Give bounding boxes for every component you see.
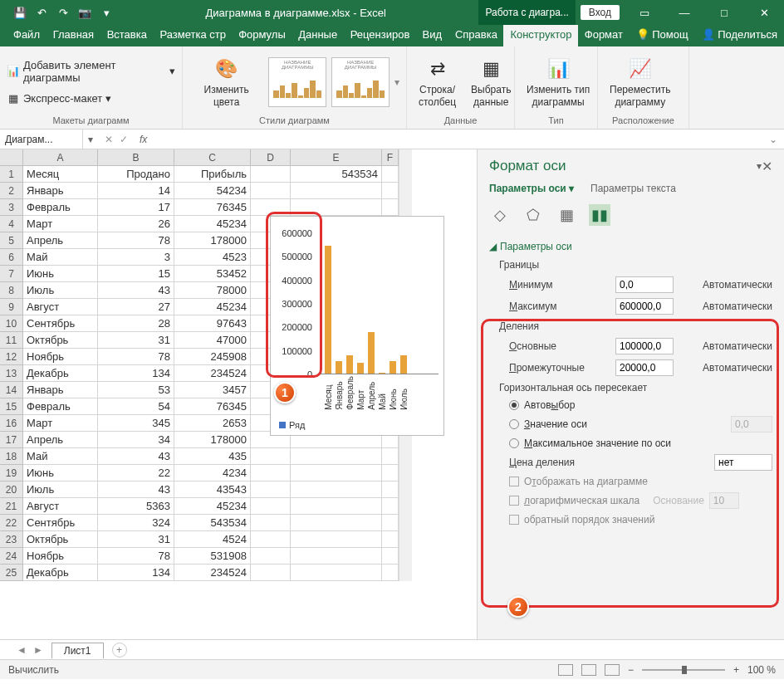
bounds-max-input[interactable] <box>615 298 674 315</box>
cell[interactable]: 17 <box>98 199 174 216</box>
row-header[interactable]: 9 <box>0 299 23 315</box>
close-icon[interactable]: ✕ <box>744 0 784 25</box>
cell[interactable] <box>251 565 291 581</box>
cell[interactable]: 53452 <box>174 266 251 282</box>
cell[interactable]: 45234 <box>174 299 251 315</box>
cell[interactable]: 15 <box>98 266 174 282</box>
column-header[interactable]: D <box>251 149 291 166</box>
scrollbar-vertical[interactable] <box>399 183 412 199</box>
zoom-slider[interactable] <box>642 669 725 671</box>
cell[interactable]: 31 <box>98 332 174 349</box>
cell[interactable] <box>251 166 291 183</box>
pane-close-icon[interactable]: ✕ <box>762 159 772 174</box>
cell[interactable]: 34 <box>98 432 174 448</box>
cell[interactable]: 43543 <box>174 481 251 498</box>
cell[interactable] <box>382 183 399 199</box>
cell[interactable]: 345 <box>98 415 174 432</box>
cell[interactable] <box>291 565 382 581</box>
cell[interactable] <box>382 548 399 565</box>
sheet-tab-1[interactable]: Лист1 <box>51 643 104 658</box>
cell[interactable]: 3 <box>98 249 174 266</box>
cell[interactable] <box>382 166 399 183</box>
cell[interactable]: 27 <box>98 299 174 315</box>
name-box-dropdown-icon[interactable]: ▾ <box>83 134 98 145</box>
tab-view[interactable]: Вид <box>416 25 448 46</box>
cell[interactable]: Январь <box>23 183 98 199</box>
tab-format[interactable]: Формат <box>578 25 630 46</box>
cell[interactable]: 324 <box>98 515 174 531</box>
row-header[interactable]: 7 <box>0 266 23 282</box>
column-header[interactable]: B <box>98 149 174 166</box>
cell[interactable]: Март <box>23 216 98 232</box>
chart-x-axis[interactable]: МесяцЯнварьФевральМартАпрельМайИюньИюль <box>321 376 439 410</box>
row-header[interactable]: 22 <box>0 515 23 531</box>
chart-bar[interactable] <box>400 355 407 374</box>
chart-bar[interactable] <box>390 361 396 374</box>
row-header[interactable]: 19 <box>0 465 23 481</box>
scrollbar-vertical[interactable] <box>399 465 412 481</box>
scrollbar-vertical[interactable] <box>399 149 412 166</box>
cell[interactable] <box>382 531 399 548</box>
cell[interactable]: 5363 <box>98 498 174 515</box>
undo-icon[interactable]: ↶ <box>35 6 48 19</box>
axis-options-icon[interactable]: ▮▮ <box>589 204 610 226</box>
cell[interactable] <box>251 531 291 548</box>
chart-bar[interactable] <box>357 363 364 374</box>
cell[interactable]: Май <box>23 249 98 266</box>
formula-expand-icon[interactable]: ⌄ <box>762 134 784 145</box>
cell[interactable]: 2653 <box>174 415 251 432</box>
tab-review[interactable]: Рецензиров <box>344 25 416 46</box>
styles-more-icon[interactable]: ▾ <box>394 76 399 88</box>
cell[interactable]: 43 <box>98 481 174 498</box>
switch-row-column-button[interactable]: ⇄Строка/ столбец <box>414 54 461 110</box>
row-header[interactable]: 8 <box>0 282 23 299</box>
cell[interactable]: 43 <box>98 282 174 299</box>
row-header[interactable]: 24 <box>0 548 23 565</box>
cell[interactable] <box>291 548 382 565</box>
zoom-level[interactable]: 100 % <box>747 664 776 676</box>
cell[interactable]: 543534 <box>174 515 251 531</box>
row-header[interactable]: 17 <box>0 432 23 448</box>
cell[interactable]: 178000 <box>174 432 251 448</box>
row-header[interactable]: 14 <box>0 382 23 398</box>
row-header[interactable]: 3 <box>0 199 23 216</box>
cell[interactable]: 43 <box>98 448 174 465</box>
tab-home[interactable]: Главная <box>47 25 100 46</box>
scrollbar-vertical[interactable] <box>399 531 412 548</box>
tab-formulas[interactable]: Формулы <box>232 25 292 46</box>
fx-label[interactable]: fx <box>135 134 152 145</box>
cell[interactable]: Ноябрь <box>23 349 98 365</box>
redo-icon[interactable]: ↷ <box>56 6 70 19</box>
cell[interactable]: Апрель <box>23 432 98 448</box>
tab-help[interactable]: Справка <box>448 25 503 46</box>
minimize-icon[interactable]: — <box>664 0 704 25</box>
cell[interactable]: 4524 <box>174 531 251 548</box>
row-header[interactable]: 4 <box>0 216 23 232</box>
cell[interactable] <box>291 481 382 498</box>
chart-bar[interactable] <box>379 373 385 374</box>
cell[interactable]: Август <box>23 498 98 515</box>
cell[interactable]: 45234 <box>174 216 251 232</box>
cell[interactable] <box>291 465 382 481</box>
pane-tab-axis-options[interactable]: Параметры оси ▾ <box>489 183 574 194</box>
column-header[interactable]: C <box>174 149 251 166</box>
qat-dropdown-icon[interactable]: ▾ <box>100 6 113 19</box>
scrollbar-vertical[interactable] <box>399 199 412 216</box>
scrollbar-vertical[interactable] <box>399 498 412 515</box>
cell[interactable]: 178000 <box>174 232 251 249</box>
column-header[interactable]: F <box>382 149 399 166</box>
cell[interactable] <box>291 448 382 465</box>
cell[interactable]: 4234 <box>174 465 251 481</box>
zoom-in-icon[interactable]: + <box>733 664 739 676</box>
cell[interactable]: 54234 <box>174 183 251 199</box>
quick-layout-button[interactable]: ▦Экспресс-макет ▾ <box>7 90 111 107</box>
row-header[interactable]: 16 <box>0 415 23 432</box>
cell[interactable] <box>382 498 399 515</box>
cell[interactable] <box>382 465 399 481</box>
row-header[interactable]: 15 <box>0 398 23 415</box>
cell[interactable]: 78 <box>98 232 174 249</box>
cell[interactable]: 234524 <box>174 565 251 581</box>
tab-layout[interactable]: Разметка стр <box>153 25 232 46</box>
add-sheet-icon[interactable]: + <box>112 643 127 657</box>
cell[interactable]: 76345 <box>174 199 251 216</box>
